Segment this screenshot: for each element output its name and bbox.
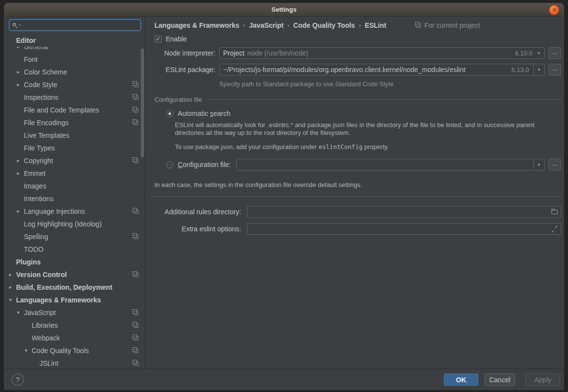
tree-item-label: Spelling xyxy=(24,233,48,241)
tree-item-build-execution-deployment[interactable]: ►Build, Execution, Deployment xyxy=(4,281,145,294)
extra-options-field[interactable] xyxy=(247,223,561,235)
current-project-badge-icon xyxy=(134,349,138,353)
breadcrumb-separator: › xyxy=(287,22,289,29)
expand-arrow-icon[interactable]: ► xyxy=(16,209,24,214)
titlebar[interactable]: Settings ✕ xyxy=(4,3,564,17)
tree-item-libraries[interactable]: Libraries xyxy=(4,319,145,332)
settings-sidebar: ▾ Editor►GeneralFont►Color Scheme►Code S… xyxy=(4,17,145,369)
folder-icon[interactable] xyxy=(551,210,558,214)
expand-arrow-icon[interactable]: ► xyxy=(16,82,24,87)
scope-indicator: For current project xyxy=(417,21,480,29)
expand-arrow-icon[interactable]: ► xyxy=(16,158,24,163)
expand-arrow-icon[interactable]: ► xyxy=(16,47,24,49)
breadcrumb-separator: › xyxy=(243,22,245,29)
tree-item-webpack[interactable]: Webpack xyxy=(4,332,145,344)
eslint-package-combobox[interactable]: ~/Projects/js-format/pi/modules/org.open… xyxy=(219,64,545,75)
tree-item-label: Editor xyxy=(16,37,36,44)
sidebar-scrollbar[interactable] xyxy=(141,49,144,157)
tree-item-file-encodings[interactable]: File Encodings xyxy=(4,116,145,129)
close-icon: ✕ xyxy=(552,7,556,13)
collapse-arrow-icon[interactable]: ▼ xyxy=(24,348,32,353)
tree-item-jslint[interactable]: JSLint xyxy=(4,357,145,369)
tree-item-languages-frameworks[interactable]: ▼Languages & Frameworks xyxy=(4,294,145,306)
settings-search-box[interactable]: ▾ xyxy=(9,19,141,31)
search-input[interactable] xyxy=(21,21,137,29)
current-project-badge-icon xyxy=(134,273,138,277)
additional-rules-field[interactable] xyxy=(247,206,561,218)
tree-item-todo[interactable]: TODO xyxy=(4,243,145,256)
breadcrumb-eslint[interactable]: ESLint xyxy=(365,21,386,29)
tree-item-label: TODO xyxy=(24,245,43,253)
expand-arrow-icon[interactable]: ► xyxy=(16,171,24,176)
tree-item-intentions[interactable]: Intentions xyxy=(4,192,145,205)
expand-icon[interactable] xyxy=(551,226,558,232)
tree-item-font[interactable]: Font xyxy=(4,53,145,66)
tree-item-label: File and Code Templates xyxy=(24,106,99,114)
tree-item-editor[interactable]: Editor xyxy=(4,34,145,47)
help-button[interactable]: ? xyxy=(12,373,24,386)
current-project-badge-icon xyxy=(134,209,138,214)
tree-item-general[interactable]: ►General xyxy=(4,47,145,53)
chevron-down-icon[interactable]: ▼ xyxy=(533,159,544,170)
extra-options-input[interactable] xyxy=(250,224,549,233)
current-project-badge-icon xyxy=(134,361,138,366)
tree-item-color-scheme[interactable]: ►Color Scheme xyxy=(4,66,145,78)
section-title: Configuration file xyxy=(154,96,202,103)
tree-item-emmet[interactable]: ►Emmet xyxy=(4,167,145,180)
tree-item-code-quality-tools[interactable]: ▼Code Quality Tools xyxy=(4,344,145,357)
ok-button[interactable]: OK xyxy=(444,373,478,386)
node-interpreter-combobox[interactable]: Project node (/usr/bin/node) 8.10.0 ▼ xyxy=(219,47,545,59)
breadcrumb-javascript[interactable]: JavaScript xyxy=(249,21,284,29)
tree-item-spelling[interactable]: Spelling xyxy=(4,230,145,243)
tree-item-file-and-code-templates[interactable]: File and Code Templates xyxy=(4,104,145,116)
configuration-file-browse-button[interactable]: ... xyxy=(549,159,561,170)
tree-item-images[interactable]: Images xyxy=(4,180,145,192)
tree-item-plugins[interactable]: Plugins xyxy=(4,256,145,268)
expand-arrow-icon[interactable]: ► xyxy=(8,272,16,277)
enable-row: ✓ Enable xyxy=(154,35,561,43)
tree-item-label: Webpack xyxy=(32,334,60,342)
automatic-search-radio[interactable] xyxy=(166,110,173,117)
enable-checkbox[interactable]: ✓ xyxy=(154,36,162,43)
enable-label: Enable xyxy=(166,35,187,43)
window-title: Settings xyxy=(271,6,296,13)
current-project-badge-icon xyxy=(417,23,421,28)
breadcrumb-languages-frameworks[interactable]: Languages & Frameworks xyxy=(154,21,239,29)
expand-arrow-icon[interactable]: ► xyxy=(8,285,16,290)
tree-item-code-style[interactable]: ►Code Style xyxy=(4,78,145,91)
chevron-down-icon[interactable]: ▼ xyxy=(537,51,541,56)
collapse-arrow-icon[interactable]: ▼ xyxy=(8,298,16,302)
eslintconfig-code: eslintConfig xyxy=(319,143,362,150)
additional-rules-input[interactable] xyxy=(250,207,549,216)
eslint-package-browse-button[interactable]: ... xyxy=(549,64,561,75)
tree-item-label: Inspections xyxy=(24,93,58,101)
tree-item-javascript[interactable]: ▼JavaScript xyxy=(4,306,145,319)
dialog-footer: ? OK Cancel Apply xyxy=(4,369,564,390)
extra-options-row: Extra eslint options: xyxy=(154,223,561,235)
breadcrumb-code-quality-tools[interactable]: Code Quality Tools xyxy=(293,21,355,29)
tree-item-copyright[interactable]: ►Copyright xyxy=(4,154,145,167)
node-interpreter-row: Node interpreter: Project node (/usr/bin… xyxy=(154,47,561,59)
tree-item-version-control[interactable]: ►Version Control xyxy=(4,268,145,281)
tree-item-language-injections[interactable]: ►Language Injections xyxy=(4,205,145,218)
horizontal-divider xyxy=(150,196,561,197)
breadcrumb-separator: › xyxy=(359,22,361,29)
apply-button[interactable]: Apply xyxy=(526,373,560,386)
current-project-badge-icon xyxy=(134,108,138,112)
cancel-button[interactable]: Cancel xyxy=(485,373,515,386)
tree-item-live-templates[interactable]: Live Templates xyxy=(4,129,145,142)
close-button[interactable]: ✕ xyxy=(549,5,559,15)
automatic-search-row: Automatic search xyxy=(166,110,561,117)
configuration-file-radio[interactable] xyxy=(166,161,173,168)
node-interpreter-browse-button[interactable]: ... xyxy=(549,47,561,59)
tree-item-inspections[interactable]: Inspections xyxy=(4,91,145,104)
tree-item-label: Color Scheme xyxy=(24,68,67,76)
configuration-file-combobox[interactable]: ▼ xyxy=(236,159,545,170)
tree-item-log-highlighting-ideolog[interactable]: Log Highlighting (Ideolog) xyxy=(4,218,145,230)
collapse-arrow-icon[interactable]: ▼ xyxy=(16,310,24,315)
tree-item-file-types[interactable]: File Types xyxy=(4,142,145,154)
expand-arrow-icon[interactable]: ► xyxy=(16,70,24,75)
automatic-search-label: Automatic search xyxy=(178,110,230,117)
tree-item-label: Copyright xyxy=(24,157,53,165)
chevron-down-icon[interactable]: ▼ xyxy=(533,64,544,75)
